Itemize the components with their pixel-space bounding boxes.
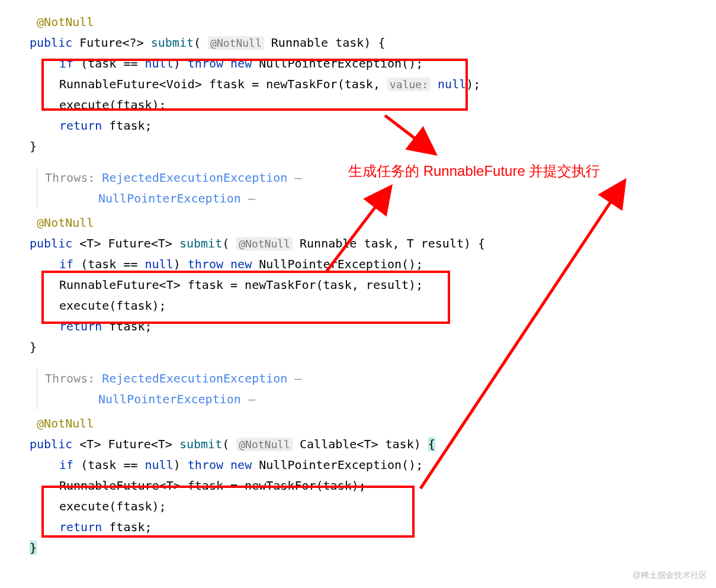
- doc-link[interactable]: NullPointerException: [98, 191, 241, 205]
- ftask-assign: RunnableFuture<Void> ftask = newTaskFor(…: [30, 74, 686, 95]
- annotation-line: @NotNull: [30, 12, 686, 33]
- param-hint: @NotNull: [236, 237, 293, 250]
- return-stmt: return ftask;: [30, 517, 686, 538]
- param-hint: @NotNull: [236, 438, 293, 451]
- null-check: if (task == null) throw new NullPointerE…: [30, 455, 686, 475]
- annotation-line: @NotNull: [30, 413, 686, 434]
- execute-call: execute(ftask);: [30, 295, 686, 316]
- method-signature: public <T> Future<T> submit( @NotNull Ru…: [30, 233, 686, 254]
- return-stmt: return ftask;: [30, 316, 686, 337]
- ftask-assign: RunnableFuture<T> ftask = newTaskFor(tas…: [30, 475, 686, 496]
- doc-link[interactable]: NullPointerException: [98, 392, 241, 406]
- close-brace: }: [30, 136, 686, 157]
- code-editor: @NotNull public Future<?> submit( @NotNu…: [30, 12, 686, 558]
- javadoc-throws: Throws: RejectedExecutionException – Nul…: [37, 168, 686, 209]
- close-brace: }: [30, 538, 686, 558]
- doc-link[interactable]: RejectedExecutionException: [102, 171, 287, 185]
- execute-call: execute(ftask);: [30, 95, 686, 115]
- method-signature: public Future<?> submit( @NotNull Runnab…: [30, 33, 686, 53]
- execute-call: execute(ftask);: [30, 496, 686, 517]
- ftask-assign: RunnableFuture<T> ftask = newTaskFor(tas…: [30, 275, 686, 295]
- notnull-annotation: @NotNull: [37, 15, 94, 29]
- javadoc-throws: Throws: RejectedExecutionException – Nul…: [37, 368, 686, 410]
- null-check: if (task == null) throw new NullPointerE…: [30, 254, 686, 275]
- doc-link[interactable]: RejectedExecutionException: [102, 371, 287, 385]
- param-hint-value: value:: [387, 78, 431, 91]
- watermark: @稀土掘金技术社区: [632, 568, 707, 583]
- param-hint: @NotNull: [208, 36, 264, 50]
- annotation-line: @NotNull: [30, 213, 686, 233]
- method-signature: public <T> Future<T> submit( @NotNull Ca…: [30, 434, 686, 455]
- null-check: if (task == null) throw new NullPointerE…: [30, 53, 686, 74]
- return-stmt: return ftask;: [30, 115, 686, 136]
- close-brace: }: [30, 337, 686, 358]
